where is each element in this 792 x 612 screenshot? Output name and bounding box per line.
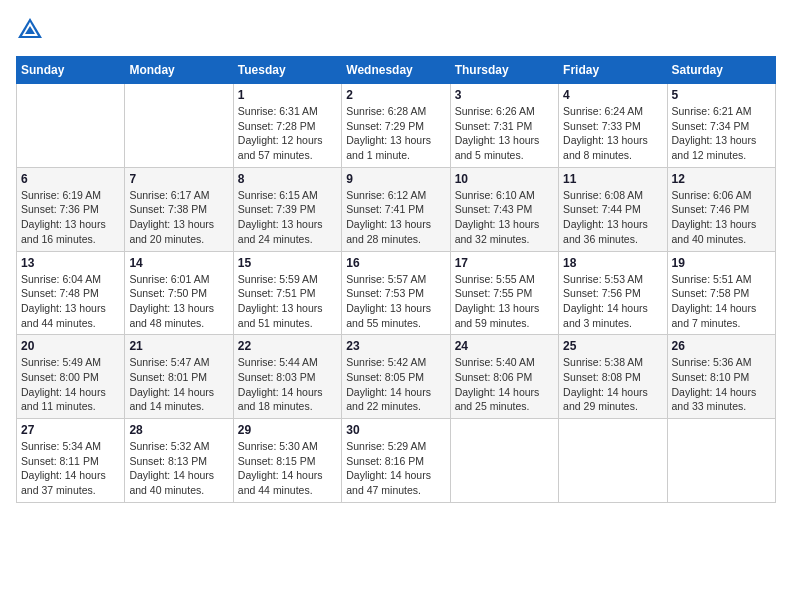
calendar-cell: 6Sunrise: 6:19 AMSunset: 7:36 PMDaylight… xyxy=(17,167,125,251)
calendar-cell: 12Sunrise: 6:06 AMSunset: 7:46 PMDayligh… xyxy=(667,167,775,251)
calendar-cell xyxy=(450,419,558,503)
day-number: 9 xyxy=(346,172,445,186)
calendar-cell: 27Sunrise: 5:34 AMSunset: 8:11 PMDayligh… xyxy=(17,419,125,503)
day-info: Sunrise: 5:40 AMSunset: 8:06 PMDaylight:… xyxy=(455,355,554,414)
day-number: 7 xyxy=(129,172,228,186)
day-number: 30 xyxy=(346,423,445,437)
day-number: 18 xyxy=(563,256,662,270)
calendar-cell: 17Sunrise: 5:55 AMSunset: 7:55 PMDayligh… xyxy=(450,251,558,335)
calendar-cell xyxy=(17,84,125,168)
calendar-cell: 9Sunrise: 6:12 AMSunset: 7:41 PMDaylight… xyxy=(342,167,450,251)
calendar-cell: 18Sunrise: 5:53 AMSunset: 7:56 PMDayligh… xyxy=(559,251,667,335)
day-number: 1 xyxy=(238,88,337,102)
day-number: 22 xyxy=(238,339,337,353)
day-info: Sunrise: 6:17 AMSunset: 7:38 PMDaylight:… xyxy=(129,188,228,247)
calendar-week-row: 6Sunrise: 6:19 AMSunset: 7:36 PMDaylight… xyxy=(17,167,776,251)
day-info: Sunrise: 6:24 AMSunset: 7:33 PMDaylight:… xyxy=(563,104,662,163)
calendar-cell: 10Sunrise: 6:10 AMSunset: 7:43 PMDayligh… xyxy=(450,167,558,251)
calendar-cell xyxy=(125,84,233,168)
day-info: Sunrise: 6:08 AMSunset: 7:44 PMDaylight:… xyxy=(563,188,662,247)
day-info: Sunrise: 5:55 AMSunset: 7:55 PMDaylight:… xyxy=(455,272,554,331)
day-number: 19 xyxy=(672,256,771,270)
calendar-cell: 2Sunrise: 6:28 AMSunset: 7:29 PMDaylight… xyxy=(342,84,450,168)
calendar-cell: 25Sunrise: 5:38 AMSunset: 8:08 PMDayligh… xyxy=(559,335,667,419)
calendar-cell: 28Sunrise: 5:32 AMSunset: 8:13 PMDayligh… xyxy=(125,419,233,503)
calendar-cell: 7Sunrise: 6:17 AMSunset: 7:38 PMDaylight… xyxy=(125,167,233,251)
day-info: Sunrise: 6:15 AMSunset: 7:39 PMDaylight:… xyxy=(238,188,337,247)
day-number: 23 xyxy=(346,339,445,353)
weekday-header: Thursday xyxy=(450,57,558,84)
day-number: 12 xyxy=(672,172,771,186)
day-number: 8 xyxy=(238,172,337,186)
day-info: Sunrise: 5:38 AMSunset: 8:08 PMDaylight:… xyxy=(563,355,662,414)
calendar-cell: 22Sunrise: 5:44 AMSunset: 8:03 PMDayligh… xyxy=(233,335,341,419)
day-number: 11 xyxy=(563,172,662,186)
calendar-cell xyxy=(667,419,775,503)
calendar-cell: 19Sunrise: 5:51 AMSunset: 7:58 PMDayligh… xyxy=(667,251,775,335)
day-number: 10 xyxy=(455,172,554,186)
day-number: 4 xyxy=(563,88,662,102)
day-number: 20 xyxy=(21,339,120,353)
day-info: Sunrise: 6:12 AMSunset: 7:41 PMDaylight:… xyxy=(346,188,445,247)
logo xyxy=(16,16,48,44)
calendar-cell: 16Sunrise: 5:57 AMSunset: 7:53 PMDayligh… xyxy=(342,251,450,335)
day-number: 14 xyxy=(129,256,228,270)
calendar-cell: 14Sunrise: 6:01 AMSunset: 7:50 PMDayligh… xyxy=(125,251,233,335)
day-number: 29 xyxy=(238,423,337,437)
calendar-week-row: 20Sunrise: 5:49 AMSunset: 8:00 PMDayligh… xyxy=(17,335,776,419)
day-number: 16 xyxy=(346,256,445,270)
calendar-cell: 20Sunrise: 5:49 AMSunset: 8:00 PMDayligh… xyxy=(17,335,125,419)
logo-icon xyxy=(16,16,44,44)
calendar-table: SundayMondayTuesdayWednesdayThursdayFrid… xyxy=(16,56,776,503)
calendar-cell: 24Sunrise: 5:40 AMSunset: 8:06 PMDayligh… xyxy=(450,335,558,419)
day-info: Sunrise: 6:19 AMSunset: 7:36 PMDaylight:… xyxy=(21,188,120,247)
calendar-cell: 15Sunrise: 5:59 AMSunset: 7:51 PMDayligh… xyxy=(233,251,341,335)
day-info: Sunrise: 5:32 AMSunset: 8:13 PMDaylight:… xyxy=(129,439,228,498)
weekday-header: Sunday xyxy=(17,57,125,84)
day-info: Sunrise: 6:31 AMSunset: 7:28 PMDaylight:… xyxy=(238,104,337,163)
day-number: 17 xyxy=(455,256,554,270)
calendar-week-row: 27Sunrise: 5:34 AMSunset: 8:11 PMDayligh… xyxy=(17,419,776,503)
day-info: Sunrise: 6:28 AMSunset: 7:29 PMDaylight:… xyxy=(346,104,445,163)
day-info: Sunrise: 6:06 AMSunset: 7:46 PMDaylight:… xyxy=(672,188,771,247)
day-info: Sunrise: 5:34 AMSunset: 8:11 PMDaylight:… xyxy=(21,439,120,498)
day-info: Sunrise: 6:10 AMSunset: 7:43 PMDaylight:… xyxy=(455,188,554,247)
day-number: 21 xyxy=(129,339,228,353)
calendar-cell: 30Sunrise: 5:29 AMSunset: 8:16 PMDayligh… xyxy=(342,419,450,503)
day-number: 25 xyxy=(563,339,662,353)
day-number: 3 xyxy=(455,88,554,102)
day-number: 5 xyxy=(672,88,771,102)
day-info: Sunrise: 6:04 AMSunset: 7:48 PMDaylight:… xyxy=(21,272,120,331)
day-info: Sunrise: 5:44 AMSunset: 8:03 PMDaylight:… xyxy=(238,355,337,414)
page-header xyxy=(16,16,776,44)
day-info: Sunrise: 5:30 AMSunset: 8:15 PMDaylight:… xyxy=(238,439,337,498)
day-number: 24 xyxy=(455,339,554,353)
weekday-header: Saturday xyxy=(667,57,775,84)
calendar-cell: 8Sunrise: 6:15 AMSunset: 7:39 PMDaylight… xyxy=(233,167,341,251)
calendar-cell: 21Sunrise: 5:47 AMSunset: 8:01 PMDayligh… xyxy=(125,335,233,419)
calendar-cell: 1Sunrise: 6:31 AMSunset: 7:28 PMDaylight… xyxy=(233,84,341,168)
day-info: Sunrise: 6:01 AMSunset: 7:50 PMDaylight:… xyxy=(129,272,228,331)
calendar-cell: 4Sunrise: 6:24 AMSunset: 7:33 PMDaylight… xyxy=(559,84,667,168)
calendar-cell: 5Sunrise: 6:21 AMSunset: 7:34 PMDaylight… xyxy=(667,84,775,168)
day-number: 28 xyxy=(129,423,228,437)
weekday-header: Wednesday xyxy=(342,57,450,84)
day-info: Sunrise: 5:59 AMSunset: 7:51 PMDaylight:… xyxy=(238,272,337,331)
day-info: Sunrise: 5:51 AMSunset: 7:58 PMDaylight:… xyxy=(672,272,771,331)
day-info: Sunrise: 5:29 AMSunset: 8:16 PMDaylight:… xyxy=(346,439,445,498)
calendar-cell: 3Sunrise: 6:26 AMSunset: 7:31 PMDaylight… xyxy=(450,84,558,168)
calendar-cell xyxy=(559,419,667,503)
calendar-week-row: 13Sunrise: 6:04 AMSunset: 7:48 PMDayligh… xyxy=(17,251,776,335)
day-info: Sunrise: 5:42 AMSunset: 8:05 PMDaylight:… xyxy=(346,355,445,414)
day-number: 15 xyxy=(238,256,337,270)
day-info: Sunrise: 6:21 AMSunset: 7:34 PMDaylight:… xyxy=(672,104,771,163)
day-number: 2 xyxy=(346,88,445,102)
calendar-cell: 11Sunrise: 6:08 AMSunset: 7:44 PMDayligh… xyxy=(559,167,667,251)
day-info: Sunrise: 5:53 AMSunset: 7:56 PMDaylight:… xyxy=(563,272,662,331)
weekday-header: Tuesday xyxy=(233,57,341,84)
calendar-cell: 29Sunrise: 5:30 AMSunset: 8:15 PMDayligh… xyxy=(233,419,341,503)
weekday-header: Monday xyxy=(125,57,233,84)
day-number: 6 xyxy=(21,172,120,186)
day-info: Sunrise: 5:36 AMSunset: 8:10 PMDaylight:… xyxy=(672,355,771,414)
calendar-cell: 13Sunrise: 6:04 AMSunset: 7:48 PMDayligh… xyxy=(17,251,125,335)
